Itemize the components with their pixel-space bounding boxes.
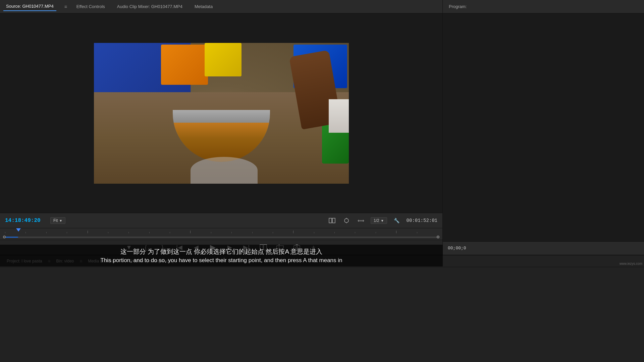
watermark: www.iezys.com — [620, 262, 642, 265]
tick — [273, 232, 293, 233]
tick — [25, 232, 46, 233]
tick — [108, 232, 128, 233]
bottom-area: Project: I love pasta ≡ Bin: video ≡ Med… — [0, 255, 644, 362]
resolution-label: 1/2 — [374, 218, 379, 223]
tab-effect-controls[interactable]: Effect Controls — [74, 2, 108, 11]
video-display-area — [0, 13, 442, 213]
subtitle-chinese: 这一部分 为了做到这一点 你必须选择它们的起始点 然后按A 意思是进入 — [5, 247, 438, 256]
tick — [376, 232, 396, 233]
settings-button[interactable] — [342, 216, 351, 225]
tab-audio-clip-mixer[interactable]: Audio Clip Mixer: GH010477.MP4 — [114, 2, 185, 11]
tick — [396, 231, 417, 233]
svg-rect-1 — [332, 218, 335, 223]
subtitle-english: This portion, and to do so, you have to … — [5, 257, 438, 264]
tab-metadata[interactable]: Metadata — [192, 2, 215, 11]
bowl-food — [173, 123, 270, 162]
transfer-button[interactable]: ⟺ — [356, 216, 366, 225]
tabs-bar: Source: GH010477.MP4 ≡ Effect Controls A… — [0, 0, 442, 13]
scrubber-end-dot[interactable] — [437, 236, 439, 238]
scrubber-fill — [5, 237, 18, 238]
source-monitor: Source: GH010477.MP4 ≡ Effect Controls A… — [0, 0, 443, 255]
bowl — [173, 110, 270, 162]
program-timecode: 00;00;0 — [448, 246, 466, 251]
playhead-triangle — [16, 228, 21, 232]
resolution-dropdown[interactable]: 1/2 ▼ — [371, 217, 387, 224]
program-tabs-bar: Program: — [443, 0, 644, 13]
svg-rect-0 — [329, 218, 332, 223]
tick — [211, 232, 231, 233]
tick — [252, 232, 273, 233]
plastic-bag — [191, 157, 258, 184]
video-frame — [94, 43, 349, 184]
tab-menu-icon[interactable]: ≡ — [64, 4, 67, 9]
fit-label: Fit — [53, 218, 58, 223]
tick — [128, 232, 149, 233]
subtitles-container: 这一部分 为了做到这一点 你必须选择它们的起始点 然后按A 意思是进入 This… — [0, 245, 443, 266]
resolution-chevron-icon: ▼ — [381, 219, 384, 223]
tick — [5, 232, 25, 233]
tick — [67, 232, 87, 233]
toggle-proxies-button[interactable] — [327, 216, 337, 225]
tick — [149, 232, 170, 233]
tick-marks — [5, 228, 437, 233]
timecode-display: 14:18:49:20 — [5, 218, 45, 224]
program-video-area — [443, 13, 644, 241]
white-container — [329, 99, 349, 133]
tick — [355, 232, 375, 233]
video-content — [94, 43, 349, 184]
tick — [170, 232, 190, 233]
tab-source[interactable]: Source: GH010477.MP4 — [3, 2, 56, 11]
scrubber-start-dot[interactable] — [3, 236, 6, 238]
timeline-scrubber[interactable] — [0, 228, 442, 240]
tick — [231, 232, 252, 233]
controls-bar: 14:18:49:20 Fit ▼ ⟺ 1/2 — [0, 213, 442, 228]
duration-display: 00:01:52:01 — [407, 218, 437, 223]
bottom-panels — [0, 267, 644, 362]
yellow-block — [205, 43, 241, 76]
tick — [417, 232, 437, 233]
chevron-down-icon: ▼ — [59, 219, 62, 223]
tick — [88, 231, 108, 233]
tick — [314, 232, 334, 233]
tick — [293, 231, 314, 233]
tab-program[interactable]: Program: — [446, 2, 469, 11]
tick — [190, 231, 211, 233]
tick — [46, 232, 67, 233]
orange-block — [161, 45, 208, 85]
tick — [334, 232, 355, 233]
program-monitor: Program: 00;00;0 — [443, 0, 644, 255]
fit-dropdown[interactable]: Fit ▼ — [50, 217, 65, 224]
program-controls-bar: 00;00;0 — [443, 241, 644, 255]
scrubber-bar[interactable] — [5, 237, 437, 238]
wrench-icon[interactable]: 🔧 — [392, 216, 401, 225]
